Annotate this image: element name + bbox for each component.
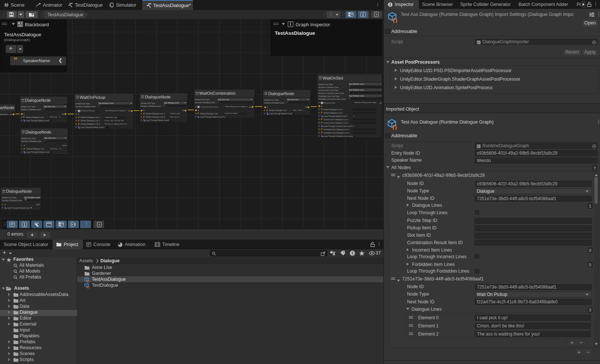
svg-text:#: #: [477, 40, 479, 44]
svg-text:#: #: [477, 144, 479, 148]
